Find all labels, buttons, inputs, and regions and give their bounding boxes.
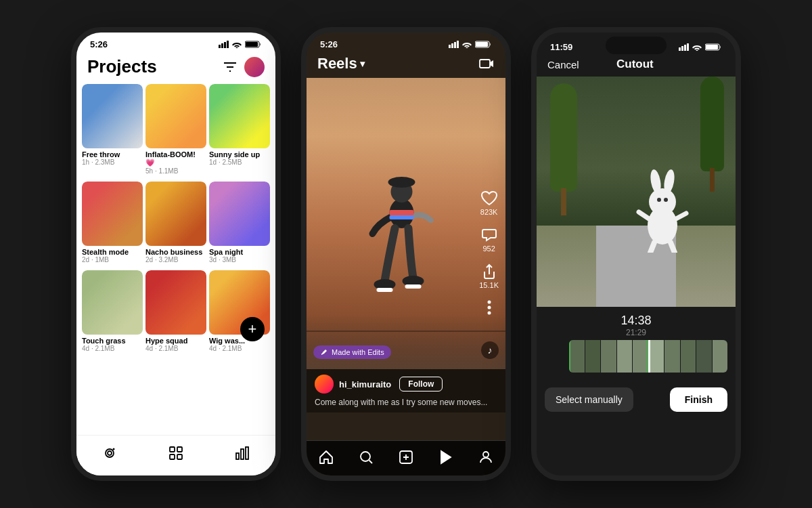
svg-rect-16 [246, 447, 248, 459]
bunny-cutout-figure [635, 165, 690, 253]
bottom-actions: Select manually Finish [537, 381, 736, 419]
profile-nav-icon[interactable] [478, 449, 494, 465]
user-avatar[interactable] [315, 375, 334, 394]
frame-10 [713, 340, 728, 373]
projects-grid: Free throw 1h · 2.3MB Inflata-BOOM! 💗 5h… [76, 84, 275, 356]
item-meta: 1d · 2.5MB [209, 158, 270, 166]
thumbnail-3 [209, 84, 270, 148]
home-nav-icon[interactable] [318, 449, 334, 465]
item-label: Sunny side up [209, 150, 270, 158]
add-project-button[interactable]: + [240, 317, 265, 341]
select-manually-button[interactable]: Select manually [545, 387, 633, 412]
phone-cutout: 11:59 Cancel Cutout [531, 27, 741, 481]
bottom-info: hi_kimuraito Follow Come along with me a… [307, 369, 505, 412]
phone-projects: 5:26 Projects Free throw 1h · 2.3MB Infl… [71, 27, 281, 481]
skater-figure [358, 173, 446, 349]
svg-point-27 [388, 177, 415, 188]
cutout-title: Cutout [616, 58, 654, 71]
timeline-scrubber[interactable] [648, 340, 650, 373]
svg-rect-42 [681, 46, 683, 51]
cutout-video-preview [537, 77, 736, 307]
item-label: Touch grass [82, 337, 143, 345]
status-time-1: 5:26 [90, 39, 108, 49]
svg-rect-1 [221, 43, 223, 48]
list-item[interactable]: Inflata-BOOM! 💗 5h · 1.1MB [145, 84, 206, 179]
battery-icon-3 [705, 43, 722, 51]
svg-rect-24 [480, 60, 490, 68]
create-nav-icon[interactable] [398, 449, 414, 465]
svg-point-37 [361, 452, 370, 461]
username[interactable]: hi_kimuraito [339, 379, 391, 389]
list-item[interactable]: Stealth mode 2d · 1MB [82, 182, 143, 268]
thumbnail-6 [209, 182, 270, 246]
music-icon[interactable]: ♪ [481, 341, 499, 359]
follow-button[interactable]: Follow [399, 377, 443, 391]
timeline-strip[interactable] [569, 340, 727, 373]
list-item[interactable]: Nacho business 2d · 3.2MB [145, 182, 206, 268]
more-action[interactable] [487, 300, 491, 315]
frame-1 [569, 340, 585, 373]
item-label: Hype squad [145, 337, 206, 345]
svg-point-7 [106, 449, 114, 457]
status-bar-2: 5:26 [307, 33, 505, 52]
tree-right [695, 77, 729, 198]
grid-nav-icon[interactable] [168, 445, 184, 461]
bottom-nav-1 [76, 435, 275, 475]
caption-text: Come along with me as I try some new mov… [315, 398, 497, 407]
frame-6 [649, 340, 664, 373]
sort-icon[interactable] [223, 60, 238, 75]
svg-rect-11 [177, 447, 182, 452]
finish-button[interactable]: Finish [670, 387, 727, 412]
svg-rect-23 [476, 42, 488, 47]
svg-rect-43 [684, 45, 686, 51]
frame-9 [696, 340, 712, 373]
svg-marker-39 [441, 451, 451, 463]
svg-point-35 [487, 306, 491, 310]
battery-icon [245, 41, 262, 48]
svg-rect-19 [454, 42, 456, 48]
status-time-2: 5:26 [320, 39, 338, 49]
share-action[interactable]: 15.1K [479, 263, 499, 289]
list-item[interactable]: Spa night 3d · 3MB [209, 182, 270, 268]
frame-4 [617, 340, 633, 373]
more-icon [487, 300, 491, 315]
svg-rect-10 [170, 447, 175, 452]
status-icons-1 [219, 41, 262, 48]
status-bar-1: 5:26 [76, 33, 275, 52]
camera-nav-icon[interactable] [102, 445, 118, 461]
current-time: 14:38 [545, 314, 727, 328]
item-label: Spa night [209, 248, 270, 256]
search-nav-icon[interactable] [358, 449, 374, 465]
camera-icon[interactable] [478, 56, 495, 72]
bottom-nav-2 [307, 440, 505, 475]
list-item[interactable]: Hype squad 4d · 2.1MB [145, 270, 206, 356]
timeline-container[interactable] [569, 340, 727, 373]
reels-nav-icon[interactable] [438, 449, 454, 465]
like-action[interactable]: 823K [480, 190, 498, 216]
item-label: Inflata-BOOM! 💗 [145, 150, 206, 167]
svg-point-45 [696, 50, 698, 51]
made-with-badge[interactable]: Made with Edits [313, 345, 391, 359]
tree-left [543, 83, 584, 219]
item-meta: 3d · 3MB [209, 256, 270, 263]
svg-rect-6 [246, 42, 258, 47]
status-icons-3 [679, 43, 722, 51]
svg-rect-12 [170, 454, 175, 459]
comment-action[interactable]: 952 [481, 227, 497, 253]
reels-title: Reels ▾ [317, 55, 365, 72]
svg-point-36 [487, 312, 491, 315]
cancel-button[interactable]: Cancel [547, 59, 579, 70]
list-item[interactable]: Sunny side up 1d · 2.5MB [209, 84, 270, 179]
avatar[interactable] [244, 57, 265, 77]
stats-nav-icon[interactable] [234, 445, 250, 461]
item-meta: 1h · 2.3MB [82, 158, 143, 166]
dropdown-chevron-icon[interactable]: ▾ [360, 58, 365, 69]
phone-reels: 5:26 Reels ▾ [301, 27, 511, 481]
list-item[interactable]: Free throw 1h · 2.3MB [82, 84, 143, 179]
svg-rect-44 [687, 43, 689, 51]
list-item[interactable]: Wig was... 4d · 2.1MB + [209, 270, 270, 356]
list-item[interactable]: Touch grass 4d · 2.1MB [82, 270, 143, 356]
frame-2 [585, 340, 601, 373]
item-meta: 4d · 2.1MB [82, 345, 143, 352]
total-time: 21:29 [545, 328, 727, 337]
